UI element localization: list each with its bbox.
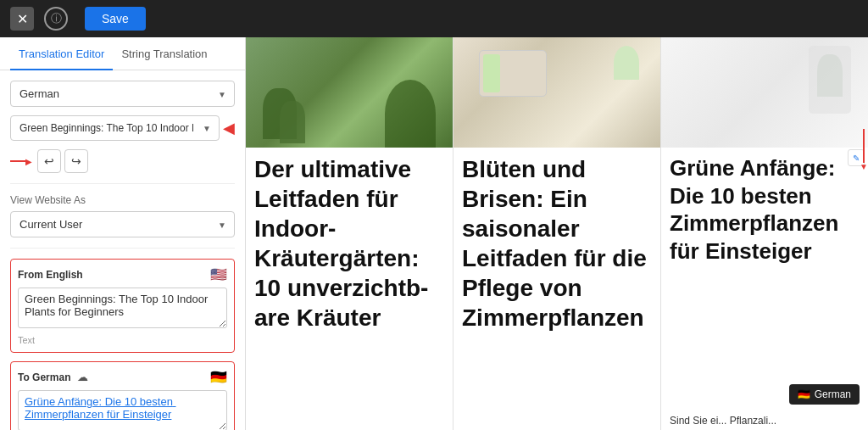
german-badge-label: German (815, 388, 851, 400)
to-german-title-row: To German ☁ (18, 371, 88, 383)
tab-string-translation[interactable]: String Translation (113, 37, 215, 70)
from-english-header: From English 🇺🇸 (18, 266, 227, 282)
red-horiz-line (10, 160, 25, 162)
preview-grid: Der ultimative Leitfaden für Indoor-Kräu… (246, 37, 868, 430)
divider (10, 183, 235, 184)
nav-prev-button[interactable]: ↩ (37, 149, 61, 173)
preview-col-3: ▼ ✎ Grüne Anfänge: Die 10 besten Zimmerp… (661, 37, 868, 430)
string-select[interactable]: Green Beginnings: The Top 10 Indoor Plan… (10, 115, 220, 141)
to-german-textarea[interactable]: Grüne Anfänge: Die 10 besten Zimmerpflan… (18, 390, 227, 430)
view-website-as-label: View Website As (10, 194, 235, 206)
white-plant-decor-2 (817, 54, 843, 97)
to-german-box: To German ☁ 🇩🇪 Grüne Anfänge: Die 10 bes… (10, 361, 235, 430)
preview-img-3 (661, 37, 868, 148)
nav-next-button[interactable]: ↪ (64, 149, 88, 173)
red-vert-arrow-indicator: ▼ (860, 129, 868, 171)
red-vert-arrowhead: ▼ (860, 163, 868, 171)
preview-text-1: Der ultimative Leitfaden für Indoor-Kräu… (246, 148, 453, 430)
left-panel: Translation Editor String Translation Ge… (0, 37, 246, 430)
divider-2 (10, 248, 235, 249)
language-select[interactable]: German French Spanish (10, 81, 235, 107)
view-website-as-section: View Website As Current User Logged Out … (10, 194, 235, 237)
nav-arrows-row: ▶ ↩ ↪ (10, 149, 235, 173)
red-arrow-head-icon: ▶ (25, 157, 32, 166)
plant-decor-2 (280, 101, 305, 143)
plant-window (483, 54, 500, 92)
preview-subtext-3: Sind Sie ei... Pflanzali... (661, 411, 868, 430)
from-english-box: From English 🇺🇸 Green Beginnings: The To… (10, 259, 235, 353)
de-flag: 🇩🇪 (210, 369, 227, 385)
view-as-select-wrapper: Current User Logged Out User Admin ▼ (10, 211, 235, 237)
from-english-title: From English (18, 269, 83, 281)
view-as-select[interactable]: Current User Logged Out User Admin (10, 211, 235, 237)
close-button[interactable]: ✕ (10, 7, 34, 31)
preview-col-1: Der ultimative Leitfaden für Indoor-Kräu… (246, 37, 453, 430)
main-layout: Translation Editor String Translation Ge… (0, 37, 868, 430)
panel-content: German French Spanish ▼ Green Beginnings… (0, 70, 245, 430)
red-arrow-icon: ◀ (223, 119, 235, 137)
to-german-header: To German ☁ 🇩🇪 (18, 369, 227, 385)
top-bar: ✕ ⓘ Save (0, 0, 868, 37)
string-selector-row: Green Beginnings: The Top 10 Indoor Plan… (10, 115, 235, 141)
preview-img-2 (453, 37, 660, 148)
us-flag: 🇺🇸 (210, 266, 227, 282)
red-arrow-indicator: ▶ (10, 157, 32, 166)
string-select-wrapper: Green Beginnings: The Top 10 Indoor Plan… (10, 115, 220, 141)
from-english-type: Text (18, 335, 227, 345)
from-english-textarea[interactable]: Green Beginnings: The Top 10 Indoor Plan… (18, 288, 227, 328)
tab-translation-editor[interactable]: Translation Editor (10, 37, 113, 70)
plant-right (614, 46, 639, 80)
language-select-wrapper: German French Spanish ▼ (10, 81, 235, 107)
preview-text-3: Grüne Anfänge: Die 10 besten Zimmerpfla­… (661, 148, 868, 411)
right-content: Der ultimative Leitfaden für Indoor-Kräu… (246, 37, 868, 430)
save-button[interactable]: Save (85, 7, 146, 31)
tabs-bar: Translation Editor String Translation (0, 37, 245, 70)
german-badge: 🇩🇪 German (789, 384, 860, 405)
ai-cloud-icon[interactable]: ☁ (77, 371, 88, 383)
preview-text-2: Blüten und Brisen: Ein saisonaler Leitfa… (453, 148, 660, 430)
to-german-title: To German (18, 371, 70, 383)
plant-decor-3 (385, 80, 436, 148)
info-icon[interactable]: ⓘ (44, 7, 68, 31)
german-badge-flag: 🇩🇪 (798, 388, 810, 400)
preview-img-1 (246, 37, 453, 148)
preview-col-2: Blüten und Brisen: Ein saisonaler Leitfa… (453, 37, 661, 430)
red-vert-line (863, 129, 865, 163)
